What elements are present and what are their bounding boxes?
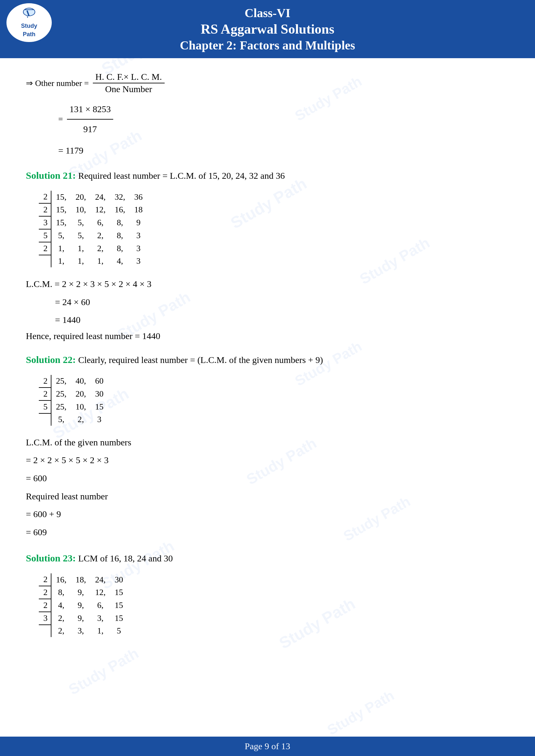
- division-table-21: 2 15, 20, 24, 32, 36 2 15, 10, 12, 16, 1…: [39, 191, 147, 267]
- logo-text: Study: [21, 23, 37, 30]
- page-number: Page 9 of 13: [245, 741, 291, 751]
- logo-text2: Path: [21, 31, 37, 38]
- division-table-22: 2 25, 40, 60 2 25, 20, 30 5 25, 10, 15 5…: [39, 375, 108, 426]
- divisor-empty: [39, 255, 51, 267]
- table-cell: 18: [130, 203, 147, 216]
- table-cell: 9: [130, 216, 147, 229]
- lcm-heading-22: L.C.M. of the given numbers: [26, 435, 509, 450]
- table-cell: 40,: [71, 375, 91, 388]
- logo-inner: Study Path: [21, 7, 37, 38]
- header-class: Class-VI: [3, 6, 532, 20]
- table-cell: 3: [130, 229, 147, 242]
- table-cell: 5,: [51, 229, 71, 242]
- lcm-line-21-1: L.C.M. = 2 × 2 × 3 × 5 × 2 × 4 × 3: [26, 276, 509, 292]
- table-cell: 15: [91, 400, 108, 413]
- req-22-2: = 609: [26, 525, 509, 540]
- sol21-label: Solution 21:: [26, 170, 76, 181]
- table-cell: 4,: [110, 255, 130, 267]
- table-cell: 10,: [71, 400, 91, 413]
- table-row: 2 1, 1, 2, 8, 3: [39, 242, 147, 255]
- sol23-text: LCM of 16, 18, 24 and 30: [78, 554, 173, 563]
- table-cell: 30: [91, 388, 108, 400]
- table-row: 1, 1, 1, 4, 3: [39, 255, 147, 267]
- divisor: 2: [39, 388, 51, 400]
- table-cell: 2,: [91, 229, 110, 242]
- table-cell: 5,: [71, 216, 91, 229]
- table-cell: 15,: [51, 216, 71, 229]
- table-21: 2 15, 20, 24, 32, 36 2 15, 10, 12, 16, 1…: [39, 191, 147, 267]
- table-cell: 9,: [71, 586, 91, 599]
- table-cell: 32,: [110, 191, 130, 203]
- table-cell: 8,: [110, 216, 130, 229]
- step2-denominator: 917: [67, 120, 114, 138]
- table-cell: 15: [110, 599, 128, 612]
- table-cell: 8,: [110, 242, 130, 255]
- table-cell: 12,: [91, 203, 110, 216]
- page-footer: Page 9 of 13: [0, 737, 535, 756]
- equals-sign: =: [58, 111, 63, 128]
- solution-23-header: Solution 23: LCM of 16, 18, 24 and 30: [26, 553, 509, 564]
- req-heading-22: Required least number: [26, 489, 509, 504]
- table-cell: 24,: [91, 191, 110, 203]
- table-cell: 60: [91, 375, 108, 388]
- table-cell: 25,: [51, 375, 71, 388]
- table-cell: 6,: [91, 599, 110, 612]
- table-cell: 1,: [71, 255, 91, 267]
- table-cell: 8,: [51, 586, 71, 599]
- lcm-line-21-2: = 24 × 60: [55, 294, 509, 310]
- table-cell: 9,: [71, 599, 91, 612]
- hcf-lcm-fraction: H. C. F.× L. C. M. One Number: [93, 72, 165, 94]
- table-cell: 15: [110, 586, 128, 599]
- table-row: 5, 2, 3: [39, 413, 108, 426]
- page-header: Study Path Class-VI RS Aggarwal Solution…: [0, 0, 535, 58]
- sol23-label: Solution 23:: [26, 553, 76, 563]
- table-cell: 16,: [110, 203, 130, 216]
- sol22-label: Solution 22:: [26, 354, 76, 365]
- table-row: 5 25, 10, 15: [39, 400, 108, 413]
- table-cell: 30: [110, 573, 128, 586]
- table-cell: 20,: [71, 388, 91, 400]
- table-cell: 5,: [71, 229, 91, 242]
- lcm-22-1: = 2 × 2 × 5 × 5 × 2 × 3: [26, 452, 509, 468]
- table-cell: 5: [110, 625, 128, 637]
- table-cell: 1,: [71, 242, 91, 255]
- table-cell: 3,: [71, 625, 91, 637]
- table-row: 2 15, 20, 24, 32, 36: [39, 191, 147, 203]
- table-row: 5 5, 5, 2, 8, 3: [39, 229, 147, 242]
- table-cell: 3: [130, 242, 147, 255]
- divisor: 5: [39, 229, 51, 242]
- table-row: 3 2, 9, 3, 15: [39, 612, 128, 625]
- table-cell: 1,: [51, 255, 71, 267]
- table-row: 2 8, 9, 12, 15: [39, 586, 128, 599]
- table-cell: 1,: [91, 625, 110, 637]
- solution-21-header: Solution 21: Required least number = L.C…: [26, 170, 509, 181]
- pen-icon: [21, 7, 37, 20]
- divisor: 3: [39, 216, 51, 229]
- table-row: 2 4, 9, 6, 15: [39, 599, 128, 612]
- table-cell: 6,: [91, 216, 110, 229]
- other-number-prefix: ⇒ Other number =: [26, 78, 89, 88]
- table-cell: 16,: [51, 573, 71, 586]
- table-cell: 36: [130, 191, 147, 203]
- step2-numerator: 131 × 8253: [67, 100, 114, 120]
- divisor: 2: [39, 375, 51, 388]
- table-cell: 10,: [71, 203, 91, 216]
- divisor: 2: [39, 242, 51, 255]
- logo: Study Path: [7, 3, 55, 45]
- header-chapter: Chapter 2: Factors and Multiples: [3, 38, 532, 52]
- table-cell: 2,: [51, 625, 71, 637]
- divisor: 5: [39, 400, 51, 413]
- table-cell: 3: [130, 255, 147, 267]
- lcm-22-2: = 600: [26, 471, 509, 486]
- table-cell: 1,: [51, 242, 71, 255]
- table-cell: 12,: [91, 586, 110, 599]
- table-cell: 15,: [51, 191, 71, 203]
- table-row: 2 15, 10, 12, 16, 18: [39, 203, 147, 216]
- division-table-23: 2 16, 18, 24, 30 2 8, 9, 12, 15 2 4, 9, …: [39, 573, 128, 637]
- divisor: 2: [39, 599, 51, 612]
- sol21-text: Required least number = L.C.M. of 15, 20…: [78, 171, 285, 181]
- fraction-denominator: One Number: [93, 83, 165, 94]
- table-cell: 4,: [51, 599, 71, 612]
- divisor: 2: [39, 586, 51, 599]
- table-cell: 9,: [71, 612, 91, 625]
